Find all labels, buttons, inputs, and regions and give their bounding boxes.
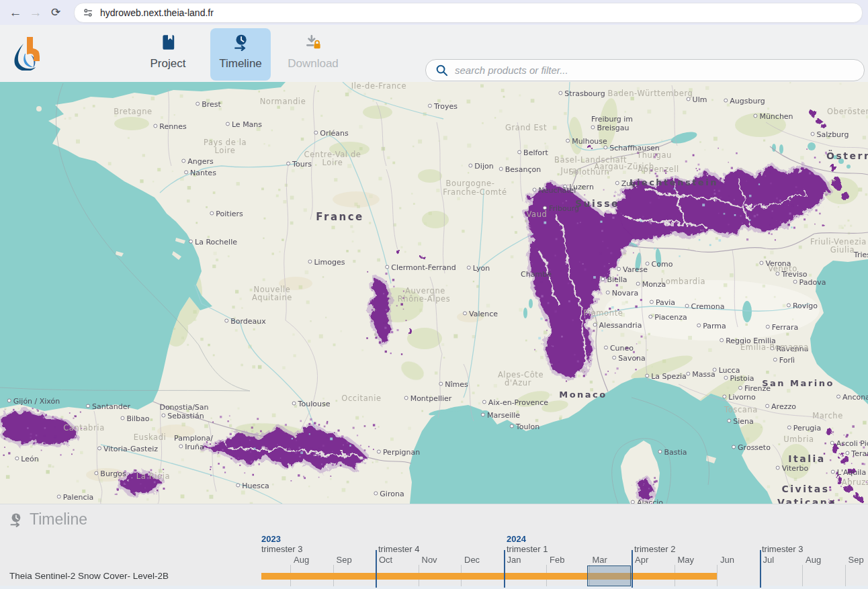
map-label: Schaffhausen [603, 144, 659, 152]
timeline-month-label: Aug [294, 555, 309, 565]
map-label: Gijón / Xixón [7, 397, 60, 406]
map-label: Ajaccio [631, 498, 663, 504]
map-label: Rennes [153, 122, 186, 131]
map-label: Aargau-Zürich [594, 162, 654, 171]
map-label: Fribourg [543, 204, 579, 213]
map-label: Girona [374, 490, 404, 498]
tab-timeline[interactable]: Timeline [210, 28, 271, 81]
map-label: Vaud [526, 210, 547, 219]
map-label: Siena [727, 417, 754, 426]
timeline-selection[interactable] [587, 565, 631, 586]
map-canvas[interactable]: BrestRennesLe MansOrléansTroyesToursAnge… [0, 82, 868, 504]
trimester-boundary-line [504, 550, 505, 588]
timeline-product-label: Theia Sentinel-2 Snow Cover- Level-2B [9, 571, 169, 581]
timeline-trimester-label: trimester 2 [634, 544, 675, 554]
map-label: Franche-Comté [443, 187, 507, 197]
map-label: Sebastián [161, 412, 204, 420]
map-label: Pays de la [204, 138, 247, 147]
map-label: Arezzo [765, 402, 796, 411]
map-label: Piacenza [648, 313, 687, 322]
map-label: Umbria [783, 435, 814, 444]
site-info-icon[interactable] [83, 7, 93, 18]
map-label: Limoges [308, 258, 345, 267]
timeline-month-label: Jun [720, 555, 734, 565]
timeline-month-label: Sep [337, 555, 352, 565]
map-label: Occitanie [341, 394, 381, 403]
map-label: Verona [759, 259, 791, 268]
map-label: Angers [181, 157, 214, 166]
map-label: Cantabria [63, 423, 105, 433]
map-label: Montpellier [404, 394, 452, 403]
map-label: Pamplona/ [174, 434, 213, 443]
address-bar[interactable]: hydroweb.next.theia-land.fr [74, 3, 863, 23]
map-label: Italia [788, 453, 825, 464]
map-label: Orléans [314, 129, 348, 138]
map-label: Zug [615, 179, 636, 188]
timeline-year-label: 2023 [261, 534, 281, 544]
map-label: Salzburg [811, 130, 849, 139]
map-label: Ulm [687, 95, 707, 104]
timeline-trimester-label: trimester 3 [762, 544, 803, 554]
tab-download[interactable]: Download [283, 28, 343, 81]
map-label: Oberösterreich [827, 107, 868, 116]
search-bar[interactable] [425, 59, 865, 81]
map-labels-layer: BrestRennesLe MansOrléansTroyesToursAnge… [0, 82, 868, 504]
map-label: Palencia [57, 493, 94, 502]
map-label: Cuneo [604, 344, 634, 353]
map-label: Jura [561, 166, 578, 175]
map-label: Reggio Emilia [720, 336, 776, 345]
map-label: Treviso [775, 270, 807, 279]
map-label: Perpignan [377, 448, 420, 457]
map-label: Grand Est [505, 123, 547, 132]
map-label: Normandie [260, 97, 306, 106]
map-label: Marche [812, 411, 843, 420]
timeline-trimester-label: trimester 4 [378, 544, 419, 554]
map-label: Iruña [179, 443, 204, 451]
map-label: Massa [686, 370, 715, 379]
timeline-tick [845, 565, 846, 586]
map-label: Lyon [467, 264, 490, 273]
map-label: Loire [215, 146, 236, 155]
tab-project-label: Project [150, 57, 186, 71]
map-label: Besançon [499, 165, 541, 174]
map-label: Auvergne [405, 286, 445, 296]
map-label: Biella [601, 275, 627, 284]
map-label: Santander [86, 402, 130, 411]
map-label: Trieste [854, 251, 868, 259]
map-label: Chambé [521, 270, 552, 279]
back-icon[interactable]: ← [5, 5, 26, 20]
map-label: Novara [606, 289, 638, 298]
map-label: Savona [612, 354, 646, 363]
map-label: Suisse [575, 198, 619, 209]
timeline-month-label: Feb [550, 555, 564, 565]
hydroweb-logo[interactable] [11, 36, 42, 73]
map-label: Ravenna [770, 345, 808, 353]
map-label: Freiburg im [591, 115, 633, 124]
forward-icon[interactable]: → [26, 5, 46, 20]
timeline-trimester-label: trimester 1 [507, 544, 548, 554]
timeline-clock-icon [232, 34, 249, 51]
search-input[interactable] [453, 64, 864, 77]
map-label: San Marino [762, 378, 834, 388]
map-label: France [316, 211, 364, 223]
map-label: Huesca [236, 482, 269, 490]
timeline-month-label: Dec [464, 555, 480, 565]
map-label: Neuchâtel [533, 186, 576, 195]
map-label: Teramo [845, 449, 868, 458]
timeline-month-label: Nov [422, 555, 437, 565]
map-label: Piemonte [584, 308, 623, 318]
timeline-product-bar[interactable] [261, 573, 717, 580]
map-label: Solothurn [569, 167, 610, 177]
tab-project[interactable]: Project [138, 28, 198, 81]
map-label: Poitiers [210, 210, 243, 218]
map-label: Vitoria-Gasteiz [97, 445, 158, 453]
timeline-panel-heading: Timeline [8, 510, 87, 529]
map-label: Firenze [738, 384, 771, 393]
map-label: d'Azur [505, 378, 531, 388]
map-label: Giulia [830, 245, 855, 255]
map-label: Forlì [773, 356, 795, 365]
timeline-heading-clock-icon [8, 512, 23, 527]
timeline-panel-title: Timeline [30, 510, 87, 529]
map-label: Ferrara [766, 323, 798, 332]
reload-icon[interactable]: ⟳ [46, 5, 66, 19]
